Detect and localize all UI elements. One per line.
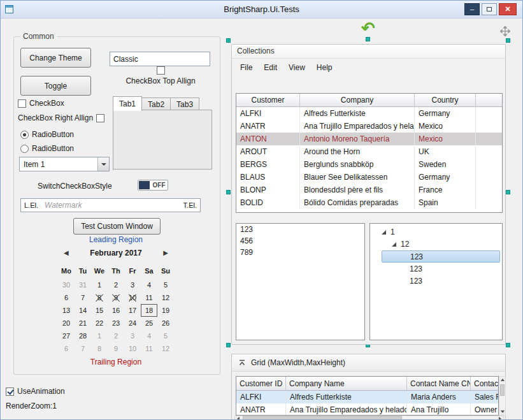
calendar-day[interactable]: 6 <box>58 291 75 304</box>
watermark-textbox[interactable]: L.El. Watermark T.El. <box>20 198 201 212</box>
calendar-day[interactable]: 6 <box>58 342 75 355</box>
calendar-day[interactable]: 12 <box>157 342 174 355</box>
calendar-day[interactable]: 20 <box>58 317 75 329</box>
calendar-day[interactable]: 23 <box>108 317 124 329</box>
calendar-day[interactable]: 1 <box>91 279 108 291</box>
collapse-pin-icon[interactable] <box>238 359 246 366</box>
list-item[interactable]: 123 <box>236 224 364 235</box>
table-row[interactable]: BLAUS Blauer See Delikatessen Germany <box>236 171 502 184</box>
tab-tab1[interactable]: Tab1 <box>113 96 142 111</box>
grid-expander-header[interactable]: Grid (MaxWidth,MaxHeight) <box>232 354 505 372</box>
vertical-scrollbar[interactable] <box>499 376 506 416</box>
switch-thumb[interactable] <box>139 181 150 189</box>
checkbox-right-align-row[interactable]: CheckBox Right Allign <box>18 113 104 122</box>
theme-combobox[interactable]: Classic <box>110 52 210 66</box>
selection-handle[interactable] <box>226 343 231 347</box>
use-animation-row[interactable]: UseAnimation <box>6 387 65 396</box>
list-item[interactable]: 456 <box>236 235 364 247</box>
scrollbar-thumb[interactable] <box>243 416 402 420</box>
checkbox[interactable] <box>18 99 26 108</box>
switch-checkbox[interactable]: OFF <box>138 180 168 191</box>
checkbox-row[interactable]: CheckBox <box>18 99 64 108</box>
selection-handle[interactable] <box>506 190 510 194</box>
tree-node-root[interactable]: 1 <box>382 226 395 238</box>
calendar-day[interactable]: 26 <box>157 317 174 329</box>
calendar-day[interactable]: 11 <box>141 342 157 355</box>
calendar-day[interactable]: 1 <box>91 329 108 342</box>
menu-help[interactable]: Help <box>311 61 338 74</box>
selection-handle[interactable] <box>226 190 231 194</box>
calendar-next-icon[interactable]: ▶ <box>163 247 168 259</box>
scroll-left-icon[interactable] <box>235 416 241 420</box>
calendar-day[interactable]: 22 <box>91 317 108 329</box>
move-cursor-icon[interactable] <box>500 26 510 36</box>
calendar-day[interactable]: 28 <box>75 329 91 342</box>
selection-handle[interactable] <box>506 38 510 43</box>
table-row[interactable]: AROUT Around the Horn UK <box>236 145 502 158</box>
calendar-day[interactable]: 5 <box>157 279 174 291</box>
calendar-day[interactable]: 17 <box>124 304 141 317</box>
table-row[interactable]: ANATR Ana Trujillo Emparedados y hela Me… <box>236 120 502 133</box>
calendar-day[interactable]: 5 <box>157 329 174 342</box>
column-header-company-name[interactable]: Company Name <box>286 377 407 391</box>
calendar-day[interactable]: 31 <box>75 279 91 291</box>
table-row-selected[interactable]: ANTON Antonio Moreno Taquería Mexico <box>236 133 502 145</box>
horizontal-scrollbar[interactable] <box>234 416 504 420</box>
calendar-day[interactable]: 8 <box>91 342 108 355</box>
checkbox-top-align[interactable] <box>157 66 165 75</box>
calendar-day[interactable]: 15 <box>91 304 108 317</box>
column-header-customer-id[interactable]: Customer ID <box>236 377 286 391</box>
tree-leaf[interactable]: 123 <box>382 263 500 275</box>
tab-tab2[interactable]: Tab2 <box>142 98 171 111</box>
calendar-day-selected[interactable]: 18 <box>141 304 157 317</box>
table-row-selected[interactable]: ALFKI Alfreds Futterkiste Maria Anders S… <box>236 391 498 403</box>
calendar-day[interactable]: 19 <box>157 304 174 317</box>
menu-edit[interactable]: Edit <box>258 61 283 74</box>
radio-row-1[interactable]: RadioButton <box>20 130 74 139</box>
calendar-day[interactable]: 4 <box>141 279 157 291</box>
calendar-day[interactable]: 30 <box>58 279 75 291</box>
calendar-day[interactable]: 27 <box>58 329 75 342</box>
use-animation-checkbox[interactable] <box>6 387 14 396</box>
table-row[interactable]: ANATR Ana Trujillo Emparedados y helados… <box>236 403 498 416</box>
tree-leaf-selected[interactable]: 123 <box>382 250 500 263</box>
scroll-up-icon[interactable] <box>499 377 505 383</box>
minimize-button[interactable]: – <box>464 3 480 15</box>
table-row[interactable]: BOLID Bólido Comidas preparadas Spain <box>236 196 502 209</box>
radio-button-1[interactable] <box>20 131 29 139</box>
calendar-day[interactable]: 3 <box>124 279 141 291</box>
selection-handle[interactable] <box>226 38 231 43</box>
selection-handle[interactable] <box>506 343 510 347</box>
calendar-month-title[interactable]: February 2017 <box>57 247 175 259</box>
calendar-day[interactable]: 24 <box>124 317 141 329</box>
change-theme-button[interactable]: Change Theme <box>20 48 91 68</box>
toggle-button[interactable]: Toggle <box>20 76 91 96</box>
table-row[interactable]: BERGS Berglunds snabbköp Sweden <box>236 158 502 171</box>
menu-view[interactable]: View <box>283 61 311 74</box>
scroll-down-icon[interactable] <box>499 409 505 415</box>
calendar-day[interactable]: 2 <box>108 279 124 291</box>
selection-handle[interactable] <box>366 37 370 41</box>
tab-tab3[interactable]: Tab3 <box>171 98 199 111</box>
list-item[interactable]: 789 <box>236 247 364 258</box>
column-header-contact-name[interactable]: Contact Name CN <box>407 377 471 391</box>
calendar-day[interactable]: 2 <box>108 329 124 342</box>
calendar-day[interactable]: 9 <box>108 342 124 355</box>
column-header-customer[interactable]: Customer <box>236 94 300 107</box>
item-combobox[interactable]: Item 1 <box>19 157 110 171</box>
column-header-company[interactable]: Company <box>300 94 415 107</box>
titlebar[interactable]: BrightSharp.Ui.Tests – ✕ <box>1 1 522 18</box>
test-custom-window-button[interactable]: Test Custom Window <box>73 218 161 235</box>
calendar-day[interactable]: 3 <box>124 329 141 342</box>
expander-icon[interactable] <box>382 230 386 235</box>
tree-node-child[interactable]: 12 <box>392 238 409 250</box>
calendar-day[interactable]: 4 <box>141 329 157 342</box>
scrollbar-thumb[interactable] <box>500 384 505 396</box>
refresh-icon[interactable]: ↶ <box>361 18 375 38</box>
maximize-button[interactable] <box>482 3 497 15</box>
radio-row-2[interactable]: RadioButton <box>20 144 74 153</box>
column-header-country[interactable]: Country <box>415 94 476 107</box>
combobox-dropdown-button[interactable] <box>97 157 109 171</box>
calendar-day[interactable]: 7 <box>75 291 91 304</box>
calendar-day[interactable]: 25 <box>141 317 157 329</box>
